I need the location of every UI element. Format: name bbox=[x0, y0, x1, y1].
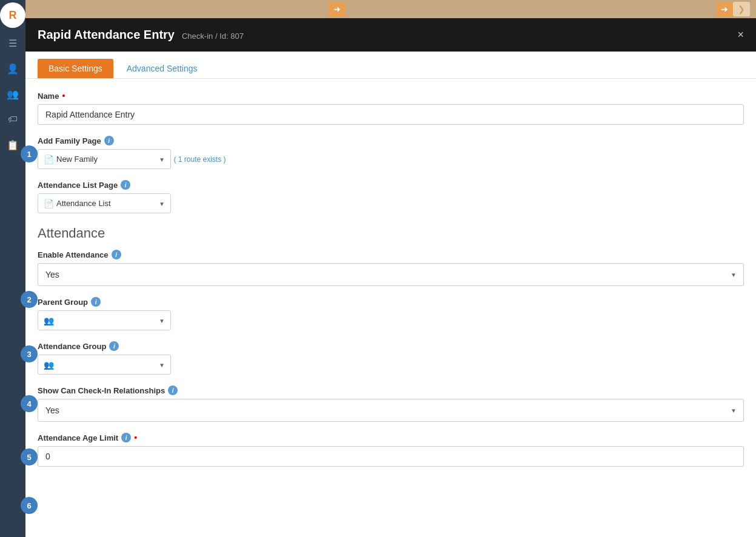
enable-attendance-info-icon[interactable]: i bbox=[112, 250, 121, 259]
modal-close-button[interactable]: × bbox=[737, 28, 744, 41]
attendance-list-page-section: Attendance List Page i 📄 Attendance List… bbox=[38, 180, 744, 213]
modal: Rapid Attendance Entry Check-in / Id: 80… bbox=[25, 18, 756, 537]
sidebar-logo: R bbox=[0, 2, 25, 28]
attendance-group-select-wrapper: 👥 ▼ bbox=[38, 355, 171, 375]
topbar: ➜ ➜ ❯ bbox=[25, 0, 756, 18]
modal-subtitle: Check-in / Id: 807 bbox=[182, 32, 244, 41]
modal-title: Rapid Attendance Entry bbox=[38, 28, 175, 42]
show-checkin-label: Show Can Check-In Relationships i bbox=[38, 385, 744, 395]
sidebar-item-person[interactable]: 👤 bbox=[0, 56, 25, 81]
attendance-group-section: Attendance Group i 👥 ▼ bbox=[38, 341, 744, 375]
attendance-age-limit-info-icon[interactable]: i bbox=[121, 433, 131, 442]
sidebar-item-menu[interactable]: ☰ bbox=[0, 30, 25, 56]
add-family-page-select-wrapper: 📄 New Family ▼ bbox=[38, 149, 171, 169]
attendance-age-limit-input[interactable] bbox=[38, 446, 744, 467]
parent-group-select[interactable] bbox=[38, 310, 171, 330]
sidebar: R ☰ 👤 👥 🏷 📋 bbox=[0, 0, 25, 537]
show-checkin-section: Show Can Check-In Relationships i Yes No… bbox=[38, 385, 744, 422]
attendance-age-limit-section: Attendance Age Limit i • bbox=[38, 433, 744, 467]
enable-attendance-select[interactable]: Yes No bbox=[38, 263, 744, 286]
add-family-page-select[interactable]: New Family bbox=[38, 149, 171, 169]
add-family-page-info-icon[interactable]: i bbox=[104, 136, 114, 145]
topbar-arrow-right[interactable]: ➜ bbox=[716, 2, 733, 16]
enable-attendance-select-wrapper: Yes No ▼ bbox=[38, 263, 744, 286]
add-family-page-label: Add Family Page i bbox=[38, 136, 744, 145]
sidebar-item-clipboard[interactable]: 📋 bbox=[0, 132, 25, 158]
name-label: Name • bbox=[38, 91, 744, 101]
name-section: Name • bbox=[38, 91, 744, 125]
topbar-arrow-left[interactable]: ➜ bbox=[329, 2, 346, 16]
attendance-list-page-info-icon[interactable]: i bbox=[121, 180, 130, 190]
tab-advanced-settings[interactable]: Advanced Settings bbox=[116, 59, 209, 78]
show-checkin-select[interactable]: Yes No bbox=[38, 399, 744, 422]
parent-group-section: Parent Group i 👥 ▼ bbox=[38, 297, 744, 330]
attendance-group-select[interactable] bbox=[38, 355, 171, 375]
attendance-group-label: Attendance Group i bbox=[38, 341, 744, 351]
name-required: • bbox=[62, 91, 65, 101]
modal-header: Rapid Attendance Entry Check-in / Id: 80… bbox=[25, 18, 756, 52]
enable-attendance-label: Enable Attendance i bbox=[38, 250, 744, 259]
modal-body: Name • Add Family Page i 📄 New Family ▼ … bbox=[25, 79, 756, 537]
route-link[interactable]: ( 1 route exists ) bbox=[173, 155, 226, 164]
attendance-list-page-select-wrapper: 📄 Attendance List ▼ bbox=[38, 193, 171, 213]
parent-group-info-icon[interactable]: i bbox=[91, 297, 101, 307]
attendance-age-limit-label: Attendance Age Limit i • bbox=[38, 433, 744, 442]
enable-attendance-section: Enable Attendance i Yes No ▼ bbox=[38, 250, 744, 286]
show-checkin-select-wrapper: Yes No ▼ bbox=[38, 399, 744, 422]
parent-group-label: Parent Group i bbox=[38, 297, 744, 307]
attendance-age-limit-required: • bbox=[134, 433, 137, 442]
name-input[interactable] bbox=[38, 104, 744, 125]
tab-basic-settings[interactable]: Basic Settings bbox=[38, 59, 113, 78]
parent-group-select-wrapper: 👥 ▼ bbox=[38, 310, 171, 330]
add-family-page-section: Add Family Page i 📄 New Family ▼ ( 1 rou… bbox=[38, 136, 744, 169]
attendance-list-page-label: Attendance List Page i bbox=[38, 180, 744, 190]
sidebar-item-tag[interactable]: 🏷 bbox=[0, 107, 25, 132]
attendance-section-heading: Attendance bbox=[38, 225, 744, 241]
topbar-chevron[interactable]: ❯ bbox=[733, 2, 750, 16]
sidebar-item-people[interactable]: 👥 bbox=[0, 81, 25, 107]
attendance-list-page-select[interactable]: Attendance List bbox=[38, 193, 171, 213]
modal-tabs: Basic Settings Advanced Settings bbox=[25, 52, 756, 79]
attendance-group-info-icon[interactable]: i bbox=[109, 341, 119, 351]
show-checkin-info-icon[interactable]: i bbox=[168, 385, 178, 395]
